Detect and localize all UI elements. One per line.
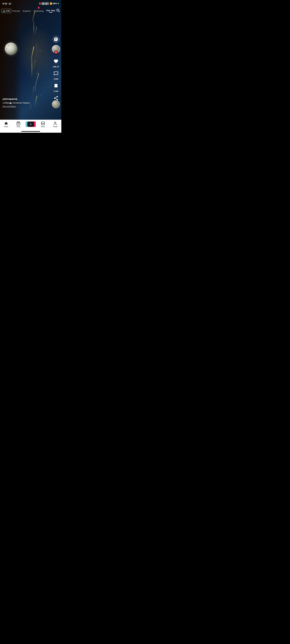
bookmark-count: 74.9K bbox=[54, 90, 58, 92]
camera-icon: 📹 bbox=[8, 2, 11, 5]
shop-label: Shop bbox=[16, 126, 20, 128]
message-icon-button[interactable] bbox=[52, 36, 60, 43]
moon-element bbox=[5, 42, 17, 55]
spinning-record bbox=[52, 100, 60, 108]
inbox-label: Inbox bbox=[41, 126, 45, 128]
inbox-icon bbox=[41, 122, 45, 126]
creator-avatar-wrapper[interactable]: + bbox=[52, 45, 60, 53]
profile-label: Profile bbox=[53, 126, 58, 128]
bookmark-action: 74.9K bbox=[52, 82, 60, 92]
search-button[interactable] bbox=[56, 8, 60, 13]
status-right: 🔕 ▌▌▌▌▌ 📶 89% bbox=[39, 2, 59, 5]
like-count: 508.7K bbox=[53, 66, 59, 68]
home-icon bbox=[4, 122, 8, 126]
svg-point-4 bbox=[54, 122, 56, 123]
creator-username[interactable]: astrospaceq bbox=[2, 98, 50, 100]
bottom-navigation: Home Shop + Inbox Profile bbox=[0, 120, 61, 133]
see-translation-button[interactable]: See translation bbox=[2, 105, 50, 108]
message-action bbox=[52, 36, 60, 43]
top-navigation: 📺 LIVE Friends Explore Following For You bbox=[0, 7, 61, 15]
nav-item-profile[interactable]: Profile bbox=[50, 122, 60, 128]
comment-count: 3,593 bbox=[54, 78, 58, 80]
mute-icon: 🔕 bbox=[39, 2, 41, 5]
plus-symbol: + bbox=[30, 122, 32, 126]
svg-line-1 bbox=[59, 11, 60, 12]
tab-explore[interactable]: Explore bbox=[23, 10, 31, 12]
tab-for-you[interactable]: For You bbox=[46, 9, 55, 12]
home-indicator bbox=[21, 131, 40, 132]
bookmark-button[interactable] bbox=[52, 82, 60, 90]
profile-icon bbox=[53, 122, 57, 126]
nav-item-inbox[interactable]: Inbox bbox=[38, 122, 48, 128]
battery-dot bbox=[58, 3, 59, 4]
tv-icon: 📺 bbox=[3, 10, 5, 12]
like-button[interactable] bbox=[52, 58, 60, 65]
video-info-overlay: astrospaceq 123fps🤖 #universe #space See… bbox=[2, 98, 50, 108]
right-actions-sidebar: + 508.7K 3,593 74.9K bbox=[52, 36, 60, 106]
signal-bars: ▌▌▌▌▌ bbox=[42, 2, 49, 5]
active-tab-indicator bbox=[49, 12, 52, 12]
plus-inner: + bbox=[27, 122, 34, 127]
comment-action: 3,593 bbox=[52, 70, 60, 80]
create-button[interactable]: + bbox=[26, 122, 35, 127]
follow-plus-button[interactable]: + bbox=[54, 51, 58, 54]
like-action: 508.7K bbox=[52, 58, 60, 68]
video-caption: 123fps🤖 #universe #space bbox=[2, 102, 50, 104]
home-label: Home bbox=[4, 126, 8, 128]
tab-friends[interactable]: Friends bbox=[12, 10, 20, 12]
status-left: 6:42 📹 bbox=[2, 2, 11, 5]
nav-item-shop[interactable]: Shop bbox=[14, 122, 23, 128]
dark-vignette bbox=[0, 0, 22, 133]
status-bar: 6:42 📹 🔕 ▌▌▌▌▌ 📶 89% bbox=[0, 0, 61, 7]
battery-display: 89% bbox=[53, 2, 57, 5]
tab-following[interactable]: Following bbox=[34, 10, 44, 12]
live-button[interactable]: 📺 LIVE bbox=[1, 9, 11, 13]
comment-button[interactable] bbox=[52, 70, 60, 77]
time-display: 6:42 bbox=[2, 2, 7, 5]
nav-item-home[interactable]: Home bbox=[2, 122, 11, 128]
nav-item-create[interactable]: + bbox=[26, 122, 36, 127]
wifi-icon: 📶 bbox=[50, 2, 52, 5]
feed-tabs: Friends Explore Following For You bbox=[12, 9, 55, 12]
live-label: LIVE bbox=[6, 10, 10, 12]
shop-icon bbox=[16, 122, 20, 126]
